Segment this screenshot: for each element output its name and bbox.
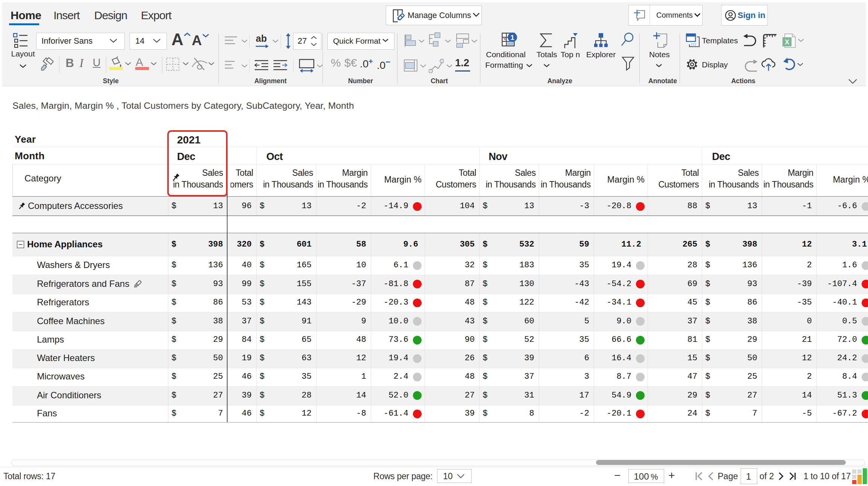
svg-text:X: X [785,38,789,46]
svg-text:1: 1 [510,34,515,41]
